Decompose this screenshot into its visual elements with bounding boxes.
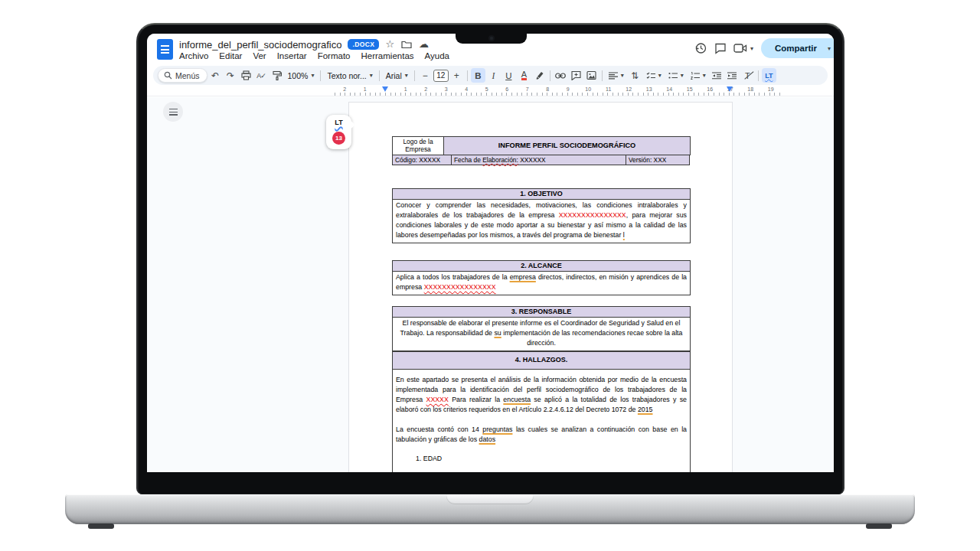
- bold-button[interactable]: B: [471, 68, 485, 83]
- horizontal-ruler[interactable]: 21 123 456 789 101112 131415 161718 19: [147, 86, 834, 96]
- screen: informe_del_perfil_sociodemografico .DOC…: [147, 34, 834, 472]
- right-indent-marker[interactable]: [727, 86, 733, 92]
- fecha-cell: Fecha de Elaboración: XXXXXX: [451, 155, 626, 165]
- zoom-select[interactable]: 100% ▾: [285, 68, 318, 83]
- spell-check-button[interactable]: A✓: [254, 68, 269, 83]
- menu-formato[interactable]: Formato: [318, 51, 351, 60]
- cloud-status-icon[interactable]: ☁: [419, 39, 429, 50]
- menu-bar: Archivo Editar Ver Insertar Formato Herr…: [179, 51, 449, 60]
- numbered-caret-icon: ▾: [703, 72, 706, 79]
- add-comment-button[interactable]: [569, 68, 583, 83]
- languagetool-glyph: LT: [765, 72, 773, 80]
- align-caret-icon: ▾: [621, 72, 624, 79]
- section-alcance-body: Aplica a todos los trabajadores de la em…: [392, 271, 691, 295]
- text-color-button[interactable]: A: [517, 68, 531, 83]
- docx-badge: .DOCX: [348, 39, 379, 50]
- print-button[interactable]: [239, 68, 253, 83]
- document-title[interactable]: informe_del_perfil_sociodemografico: [179, 39, 341, 51]
- placeholder-red-text: XXXXXXXXXXXXXXX: [559, 211, 626, 219]
- style-caret-icon: ▾: [370, 72, 373, 79]
- font-caret-icon: ▾: [405, 72, 408, 79]
- placeholder-red-text: XXXXXXXXXXXXXXXX: [424, 283, 496, 291]
- zoom-value: 100%: [288, 71, 309, 80]
- section-alcance: 2. ALCANCE Aplica a todos los trabajador…: [392, 260, 691, 295]
- move-folder-icon[interactable]: [400, 38, 413, 51]
- languagetool-button[interactable]: LT: [762, 68, 776, 83]
- section-hallazgos-header: 4. HALLAZGOS.: [392, 351, 691, 370]
- insert-link-button[interactable]: [554, 68, 568, 83]
- insert-image-button[interactable]: [584, 68, 599, 83]
- menu-herramientas[interactable]: Herramientas: [361, 51, 414, 60]
- list-item-edad: 1. EDAD: [396, 454, 687, 464]
- menu-editar[interactable]: Editar: [219, 51, 242, 60]
- logo-cell: Logo de la Empresa: [392, 136, 444, 155]
- grammar-mark: preguntas: [482, 425, 512, 433]
- increase-font-button[interactable]: +: [449, 68, 464, 83]
- italic-button[interactable]: I: [486, 68, 501, 83]
- paragraph-style-value: Texto nor...: [327, 71, 366, 80]
- text-color-glyph: A: [521, 70, 527, 80]
- menu-ayuda[interactable]: Ayuda: [425, 51, 449, 60]
- grammar-mark: empresa: [510, 273, 536, 281]
- line-spacing-button[interactable]: ⇅: [628, 68, 642, 83]
- google-docs-icon[interactable]: [157, 39, 173, 60]
- share-button-label: Compartir: [775, 44, 817, 53]
- document-page[interactable]: Logo de la Empresa INFORME PERFIL SOCIOD…: [348, 102, 733, 472]
- share-button[interactable]: Compartir ▾: [761, 38, 834, 58]
- section-responsable: 3. RESPONSABLE El responsable de elabora…: [392, 306, 691, 351]
- font-value: Arial: [386, 71, 402, 80]
- decrease-font-button[interactable]: −: [418, 68, 433, 83]
- toolbar-separator: [758, 70, 759, 81]
- languagetool-panel[interactable]: LT 13: [326, 115, 351, 149]
- spellcheck-mark: Elaboración:: [482, 156, 518, 164]
- zoom-caret-icon: ▾: [311, 72, 314, 79]
- font-select[interactable]: Arial ▾: [383, 68, 411, 83]
- share-caret-icon[interactable]: ▾: [828, 45, 831, 52]
- section-responsable-header: 3. RESPONSABLE: [392, 306, 691, 318]
- grammar-mark: 2015: [638, 406, 653, 413]
- checklist-button[interactable]: ▾: [643, 68, 665, 83]
- section-alcance-header: 2. ALCANCE: [392, 260, 691, 272]
- paint-format-button[interactable]: [270, 68, 284, 83]
- search-icon: [164, 71, 172, 80]
- version-history-icon[interactable]: [691, 38, 710, 58]
- section-objetivo-body: Conocer y comprender las necesidades, mo…: [392, 199, 691, 243]
- grammar-mark: su: [494, 329, 501, 337]
- align-button[interactable]: ▾: [606, 68, 627, 83]
- section-objetivo-header: 1. OBJETIVO: [392, 188, 691, 200]
- toolbar-separator: [414, 70, 415, 81]
- section-hallazgos-body: En este apartado se presenta el análisis…: [392, 369, 691, 472]
- ruler-numbers: 21 123 456 789 101112 131415 161718 19: [335, 86, 781, 92]
- video-call-caret-icon[interactable]: ▾: [750, 45, 753, 52]
- numbered-list-button[interactable]: ▾: [688, 68, 709, 83]
- highlight-color-button[interactable]: [532, 68, 547, 83]
- undo-button[interactable]: ↶: [208, 68, 223, 83]
- bulleted-list-button[interactable]: ▾: [665, 68, 687, 83]
- video-call-icon[interactable]: [730, 38, 750, 58]
- menus-search-button[interactable]: Menús: [158, 68, 207, 83]
- menu-archivo[interactable]: Archivo: [179, 51, 208, 60]
- placeholder-red-text: XXXXX: [426, 396, 449, 403]
- laptop-foot: [866, 523, 892, 529]
- clear-formatting-button[interactable]: T: [740, 68, 755, 83]
- menu-insertar[interactable]: Insertar: [277, 51, 307, 60]
- comments-icon[interactable]: [710, 38, 730, 58]
- clear-format-glyph: T: [745, 71, 750, 80]
- toolbar-separator: [467, 70, 468, 81]
- font-size-input[interactable]: 12: [433, 70, 449, 82]
- grammar-mark: encuesta: [503, 396, 531, 403]
- underline-button[interactable]: U: [501, 68, 516, 83]
- section-hallazgos: 4. HALLAZGOS. En este apartado se presen…: [392, 351, 691, 472]
- languagetool-error-badge[interactable]: 13: [332, 132, 345, 145]
- menu-ver[interactable]: Ver: [253, 51, 266, 60]
- redo-button[interactable]: ↷: [224, 68, 238, 83]
- increase-indent-button[interactable]: [725, 68, 740, 83]
- ruler-ticks: [335, 93, 781, 96]
- show-outline-button[interactable]: [163, 102, 183, 122]
- left-indent-marker[interactable]: [382, 86, 388, 92]
- laptop-foot: [88, 523, 114, 529]
- star-icon[interactable]: ☆: [385, 39, 394, 50]
- paragraph-style-select[interactable]: Texto nor... ▾: [324, 68, 375, 83]
- webcam-icon: [489, 36, 494, 41]
- decrease-indent-button[interactable]: [710, 68, 724, 83]
